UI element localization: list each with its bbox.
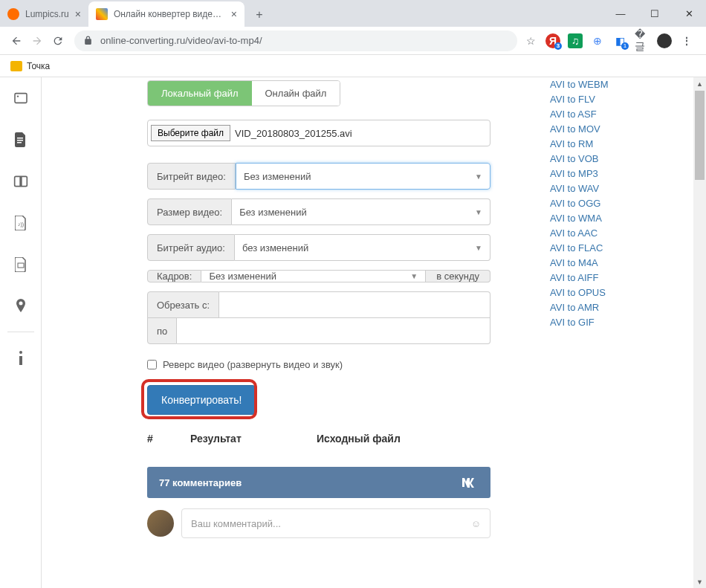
sidebar-link[interactable]: AVI to AIFF: [550, 271, 691, 285]
trim-to-input[interactable]: [177, 317, 490, 344]
sidebar-link[interactable]: AVI to MP3: [550, 167, 691, 181]
frames-row: Кадров: Без изменений ▼ в секунду: [147, 270, 490, 282]
svg-point-1: [16, 95, 18, 97]
scrollbar[interactable]: ▲ ▼: [693, 77, 706, 588]
size-video-row: Размер видео: Без изменений ▼: [147, 198, 490, 225]
extension-icons: ☆ Я ♫ ⊕ ◧ �글 ⋮: [523, 33, 700, 48]
sidebar-link[interactable]: AVI to FLAC: [550, 241, 691, 256]
svg-rect-2: [17, 138, 23, 139]
sidebar-link[interactable]: AVI to GIF: [550, 315, 691, 330]
file-input-row: Выберите файл VID_20180803_201255.avi: [147, 120, 490, 146]
document-icon[interactable]: [6, 119, 36, 161]
sidebar-link[interactable]: AVI to WMA: [550, 211, 691, 226]
extension-music-icon[interactable]: ♫: [568, 33, 583, 48]
trim-to-label: по: [147, 317, 177, 344]
sidebar-link[interactable]: AVI to M4A: [550, 256, 691, 271]
size-video-select[interactable]: Без изменений ▼: [232, 198, 490, 225]
maximize-button[interactable]: ☐: [638, 0, 672, 27]
audio-icon[interactable]: ♪)): [6, 202, 36, 244]
video-icon[interactable]: [6, 77, 36, 119]
comment-input-row: Ваш комментарий... ☺: [147, 508, 490, 538]
size-video-label: Размер видео:: [147, 198, 232, 225]
right-sidebar: AVI to WEBMAVI to FLVAVI to ASFAVI to MO…: [535, 77, 706, 588]
file-source-tabs: Локальный файл Онлайн файл: [147, 80, 340, 106]
bitrate-audio-row: Битрейт аудио: без изменений ▼: [147, 234, 490, 261]
sidebar-link[interactable]: AVI to AAC: [550, 226, 691, 241]
select-value: Без изменений: [239, 207, 307, 218]
bitrate-video-select[interactable]: Без изменений ▼: [236, 163, 490, 190]
user-avatar: [147, 510, 174, 537]
result-col-num: #: [147, 433, 161, 445]
bitrate-video-label: Битрейт видео:: [147, 163, 236, 190]
scroll-up-icon[interactable]: ▲: [693, 77, 706, 90]
url-input[interactable]: online-converting.ru/video/avi-to-mp4/: [74, 30, 517, 51]
reverse-row: Реверс видео (развернуть видео и звук): [147, 359, 535, 370]
choose-file-button[interactable]: Выберите файл: [151, 125, 230, 141]
sidebar-link[interactable]: AVI to OGG: [550, 196, 691, 211]
sidebar-link[interactable]: AVI to VOB: [550, 152, 691, 167]
frames-select[interactable]: Без изменений ▼: [201, 270, 426, 282]
chevron-down-icon: ▼: [475, 208, 482, 216]
tab-converter[interactable]: Онлайн конвертер видео из AVI ×: [88, 1, 244, 27]
trim-to-row: по: [147, 317, 490, 344]
chevron-down-icon: ▼: [475, 244, 482, 252]
sidebar-link[interactable]: AVI to OPUS: [550, 285, 691, 300]
sidebar-link[interactable]: AVI to WEBM: [550, 77, 691, 92]
reload-button[interactable]: [48, 30, 68, 51]
comments-count: 77 комментариев: [159, 477, 242, 488]
bitrate-audio-select[interactable]: без изменений ▼: [235, 234, 490, 261]
select-value: без изменений: [242, 242, 308, 253]
extension-cube-icon[interactable]: ◧: [612, 33, 627, 48]
svg-point-8: [19, 351, 22, 354]
menu-button[interactable]: ⋮: [679, 33, 694, 48]
sidebar-link[interactable]: AVI to RM: [550, 137, 691, 152]
svg-point-7: [19, 302, 22, 306]
lock-icon: [83, 36, 93, 45]
tab-lumpics[interactable]: Lumpics.ru ×: [0, 1, 88, 27]
left-sidebar: ♪)): [0, 77, 42, 588]
favicon-icon: [7, 8, 19, 20]
content-area: ♪)) Локальный файл Онлайн файл Выберите …: [0, 77, 706, 588]
url-text: online-converting.ru/video/avi-to-mp4/: [100, 35, 262, 46]
vk-logo-icon: [461, 477, 479, 488]
bookmark-folder[interactable]: Точка: [10, 61, 50, 71]
book-icon[interactable]: [6, 161, 36, 202]
bookmark-bar: Точка: [0, 55, 706, 77]
comment-textarea[interactable]: Ваш комментарий... ☺: [181, 508, 490, 538]
close-icon[interactable]: ×: [75, 8, 81, 20]
close-icon[interactable]: ×: [231, 8, 237, 20]
back-button[interactable]: [6, 30, 27, 51]
image-icon[interactable]: [6, 244, 36, 285]
sidebar-link[interactable]: AVI to AMR: [550, 300, 691, 315]
extension-globe-icon[interactable]: ⊕: [590, 33, 605, 48]
forward-button[interactable]: [27, 30, 48, 51]
emoji-icon[interactable]: ☺: [471, 518, 481, 529]
info-icon[interactable]: [6, 337, 36, 378]
scroll-down-icon[interactable]: ▼: [693, 575, 706, 588]
profile-avatar-icon[interactable]: [657, 33, 672, 48]
extension-reader-icon[interactable]: �글: [635, 33, 650, 48]
location-icon[interactable]: [6, 285, 36, 327]
new-tab-button[interactable]: +: [249, 4, 270, 25]
bitrate-video-row: Битрейт видео: Без изменений ▼: [147, 163, 490, 190]
scroll-thumb[interactable]: [695, 91, 705, 180]
favicon-icon: [96, 8, 108, 20]
sidebar-link[interactable]: AVI to FLV: [550, 92, 691, 107]
sidebar-link[interactable]: AVI to WAV: [550, 181, 691, 196]
close-button[interactable]: ✕: [672, 0, 706, 27]
sidebar-link[interactable]: AVI to ASF: [550, 107, 691, 122]
tab-local-file[interactable]: Локальный файл: [148, 81, 252, 106]
bookmark-star-icon[interactable]: ☆: [523, 33, 538, 48]
comment-placeholder: Ваш комментарий...: [191, 518, 281, 529]
result-col-result: Результат: [190, 433, 287, 445]
bitrate-audio-label: Битрейт аудио:: [147, 234, 235, 261]
convert-button[interactable]: Конвертировать!: [147, 385, 256, 415]
minimize-button[interactable]: —: [603, 0, 638, 27]
svg-rect-4: [17, 142, 22, 143]
frames-label: Кадров:: [147, 270, 201, 282]
trim-from-input[interactable]: [219, 291, 490, 318]
reverse-checkbox[interactable]: [147, 360, 157, 369]
sidebar-link[interactable]: AVI to MOV: [550, 122, 691, 137]
extension-yandex-icon[interactable]: Я: [545, 33, 560, 48]
tab-online-file[interactable]: Онлайн файл: [252, 81, 340, 106]
